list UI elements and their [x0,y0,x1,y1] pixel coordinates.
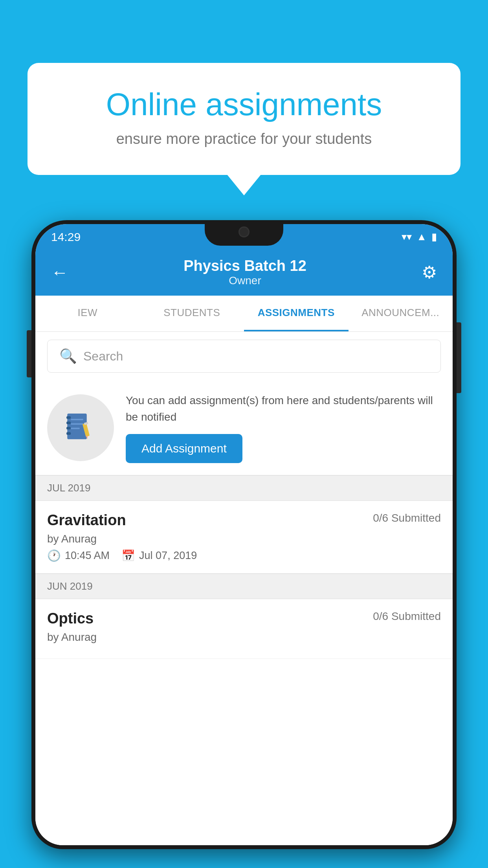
assignment-header: Gravitation 0/6 Submitted [47,512,441,529]
calendar-icon: 📅 [121,549,135,562]
month-label-jun: JUN 2019 [47,580,93,592]
app-header: ← Physics Batch 12 Owner ⚙ [35,250,453,296]
wifi-icon: ▾▾ [402,231,412,243]
tab-overview[interactable]: IEW [35,296,140,331]
tab-students[interactable]: STUDENTS [140,296,244,331]
tabs-bar: IEW STUDENTS ASSIGNMENTS ANNOUNCEM... [35,296,453,332]
assignment-submitted-optics: 0/6 Submitted [373,610,441,623]
signal-icon: ▲ [416,231,427,243]
assignment-meta-gravitation: 🕐 10:45 AM 📅 Jul 07, 2019 [47,549,441,562]
meta-time-value: 10:45 AM [65,550,110,562]
speech-bubble-title: Online assignments [55,86,433,123]
search-placeholder: Search [83,349,123,364]
status-icons: ▾▾ ▲ ▮ [402,231,437,243]
month-separator-jul: JUL 2019 [35,475,453,501]
meta-time: 🕐 10:45 AM [47,549,110,562]
svg-rect-4 [66,432,71,435]
assignment-icon-circle [47,394,114,461]
phone-camera [238,226,250,237]
assignment-header-optics: Optics 0/6 Submitted [47,610,441,627]
notebook-icon [63,410,98,445]
add-assignment-banner: You can add assignment(s) from here and … [35,381,453,475]
power-button [457,322,461,393]
meta-date-value: Jul 07, 2019 [139,550,197,562]
settings-icon[interactable]: ⚙ [422,262,437,282]
battery-icon: ▮ [431,231,437,243]
assignment-title-gravitation: Gravitation [47,512,126,529]
assignment-author-optics: by Anurag [47,631,441,644]
phone-frame: 14:29 ▾▾ ▲ ▮ ← Physics Batch 12 Owner ⚙ … [31,220,457,849]
svg-rect-7 [71,428,80,429]
assignment-author-gravitation: by Anurag [47,533,441,545]
tab-announcements[interactable]: ANNOUNCEM... [349,296,453,331]
search-icon: 🔍 [59,348,77,364]
header-center: Physics Batch 12 Owner [68,257,422,287]
status-time: 14:29 [51,230,81,244]
phone-container: 14:29 ▾▾ ▲ ▮ ← Physics Batch 12 Owner ⚙ … [31,220,457,868]
header-title: Physics Batch 12 [68,257,422,274]
volume-button [27,330,31,377]
clock-icon: 🕐 [47,549,61,562]
speech-bubble-subtitle: ensure more practice for your students [55,131,433,147]
add-assignment-description: You can add assignment(s) from here and … [126,392,441,425]
back-button[interactable]: ← [51,263,68,282]
assignment-item-optics[interactable]: Optics 0/6 Submitted by Anurag [35,599,453,659]
search-input[interactable]: 🔍 Search [47,340,441,373]
meta-date: 📅 Jul 07, 2019 [121,549,197,562]
screen-content: 🔍 Search [35,332,453,845]
assignment-submitted-gravitation: 0/6 Submitted [373,512,441,524]
speech-bubble: Online assignments ensure more practice … [28,63,460,175]
add-assignment-button[interactable]: Add Assignment [126,434,242,463]
phone-screen: 14:29 ▾▾ ▲ ▮ ← Physics Batch 12 Owner ⚙ … [35,224,453,845]
month-label-jul: JUL 2019 [47,482,90,494]
header-subtitle: Owner [68,274,422,287]
svg-rect-2 [66,421,71,424]
speech-bubble-container: Online assignments ensure more practice … [28,63,460,175]
assignment-item[interactable]: Gravitation 0/6 Submitted by Anurag 🕐 10… [35,501,453,574]
tab-assignments[interactable]: ASSIGNMENTS [244,296,349,331]
search-bar-container: 🔍 Search [35,332,453,381]
month-separator-jun: JUN 2019 [35,574,453,599]
svg-rect-6 [71,423,83,425]
svg-rect-3 [66,427,71,430]
svg-rect-1 [66,416,71,419]
assignment-title-optics: Optics [47,610,94,627]
add-assignment-text: You can add assignment(s) from here and … [126,392,441,463]
svg-rect-5 [71,419,83,420]
